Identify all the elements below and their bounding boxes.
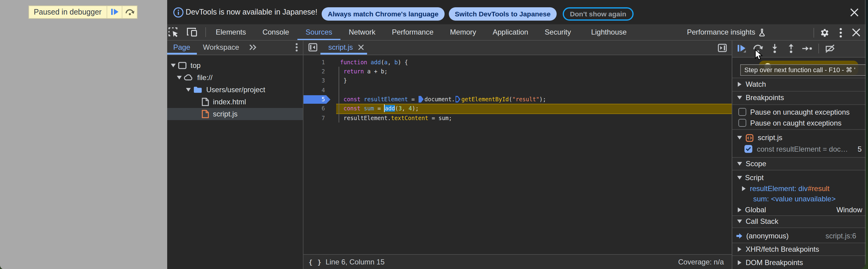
tab-elements[interactable]: Elements xyxy=(208,24,254,40)
checkbox-checked[interactable] xyxy=(744,145,752,153)
flask-icon xyxy=(758,28,766,36)
breakpoint-entry[interactable]: const resultElement = doc… 5 xyxy=(732,143,865,154)
tab-memory[interactable]: Memory xyxy=(442,24,485,40)
scope-script[interactable]: Script xyxy=(732,172,865,183)
code-token: ( xyxy=(395,105,398,112)
navigator-menu-button[interactable] xyxy=(292,41,301,54)
navigator-tabs: Page Workspace xyxy=(167,41,303,55)
close-icon xyxy=(850,7,859,17)
resume-script-button[interactable] xyxy=(106,6,122,18)
tree-item-project-folder[interactable]: Users/user/project xyxy=(167,83,303,96)
code-token xyxy=(367,58,371,65)
code-token: const xyxy=(343,105,361,112)
tab-sources[interactable]: Sources xyxy=(298,24,340,40)
tab-security[interactable]: Security xyxy=(536,24,579,40)
inline-breakpoint-candidate-icon[interactable] xyxy=(455,96,460,103)
step-into-button[interactable] xyxy=(766,41,783,57)
scope-var-sum[interactable]: sum: <value unavailable> xyxy=(732,194,865,205)
step-into-icon xyxy=(771,44,778,54)
code-line-6[interactable]: const sum = add(3, 4); xyxy=(340,104,732,113)
resume-script-button[interactable] xyxy=(734,41,750,57)
tab-performance[interactable]: Performance xyxy=(384,24,442,40)
tab-console[interactable]: Console xyxy=(254,24,297,40)
navigator-tab-page[interactable]: Page xyxy=(167,41,196,54)
tab-lighthouse[interactable]: Lighthouse xyxy=(583,24,635,40)
step-button[interactable] xyxy=(799,41,815,57)
code-line-1[interactable]: function add(a, b) { xyxy=(340,57,732,67)
navigator-tab-workspace[interactable]: Workspace xyxy=(196,41,246,54)
line-number[interactable]: 4 xyxy=(303,85,325,95)
step-over-button-overlay[interactable] xyxy=(122,6,137,18)
settings-button[interactable] xyxy=(817,25,833,41)
breakpoint-file-group[interactable]: script.js xyxy=(732,132,865,143)
scope-var-resultElement[interactable]: resultElement: div#result xyxy=(732,183,865,194)
expanded-arrow-icon xyxy=(737,175,742,181)
device-toolbar-button[interactable] xyxy=(184,24,199,40)
code-token xyxy=(340,115,343,121)
editor-tab-script-js[interactable]: script.js xyxy=(320,41,367,54)
code-line-2[interactable]: return a + b; xyxy=(340,67,732,76)
section-dom-breakpoints[interactable]: DOM Breakpoints xyxy=(732,255,865,269)
line-number[interactable]: 5 xyxy=(303,95,325,104)
collapsed-arrow-icon xyxy=(737,247,742,252)
line-number[interactable]: 3 xyxy=(303,76,325,85)
section-watch[interactable]: Watch xyxy=(732,77,865,91)
code-line-5[interactable]: const resultElement = document.getElemen… xyxy=(340,95,732,104)
pause-caught-row[interactable]: Pause on caught exceptions xyxy=(732,117,865,128)
code-token: , xyxy=(402,105,408,112)
section-label: Call Stack xyxy=(746,217,778,226)
step-out-button[interactable] xyxy=(783,41,799,57)
line-number-gutter[interactable]: 1234567 xyxy=(303,57,325,123)
expand-arrow-icon[interactable] xyxy=(170,62,176,68)
expand-arrow-icon[interactable] xyxy=(177,75,182,80)
inline-breakpoint-active-icon[interactable] xyxy=(418,96,424,103)
code-token: return xyxy=(343,68,364,75)
line-number[interactable]: 1 xyxy=(303,57,325,67)
code-line-3[interactable]: } xyxy=(340,76,732,85)
expand-arrow-icon[interactable] xyxy=(186,87,191,92)
expanded-arrow-icon xyxy=(737,135,742,140)
line-number[interactable]: 2 xyxy=(303,67,325,76)
call-stack-frame[interactable]: (anonymous) script.js:6 xyxy=(732,230,865,241)
mouse-cursor xyxy=(754,49,762,60)
switch-devtools-japanese-button[interactable]: Switch DevTools to Japanese xyxy=(449,7,557,21)
always-match-language-button[interactable]: Always match Chrome's language xyxy=(322,7,444,21)
tree-item-script-js[interactable]: script.js xyxy=(167,108,303,120)
tab-application[interactable]: Application xyxy=(485,24,537,40)
close-tab-button[interactable] xyxy=(356,43,365,52)
variable-entry: resultElement: div#result xyxy=(750,184,830,193)
pause-uncaught-row[interactable]: Pause on uncaught exceptions xyxy=(732,106,865,117)
code-token: function xyxy=(340,58,367,65)
scope-global[interactable]: Global Window xyxy=(732,205,865,215)
more-options-button[interactable] xyxy=(833,25,848,41)
code-line-7[interactable]: resultElement.textContent = sum; xyxy=(340,113,732,123)
tree-item-top[interactable]: top xyxy=(167,59,303,71)
infobar-close-button[interactable] xyxy=(849,7,860,18)
tab-label: Console xyxy=(262,28,289,36)
inspect-element-button[interactable] xyxy=(167,24,180,40)
checkbox-unchecked[interactable] xyxy=(738,108,746,116)
curly-braces-icon[interactable]: { } xyxy=(309,259,322,266)
tree-item-file-protocol[interactable]: file:// xyxy=(167,71,303,83)
tab-label: script.js xyxy=(328,43,353,52)
dont-show-again-button[interactable]: Don't show again xyxy=(563,7,633,21)
checkbox-unchecked[interactable] xyxy=(738,119,746,127)
section-xhr-breakpoints[interactable]: XHR/fetch Breakpoints xyxy=(732,242,865,255)
more-tabs-button[interactable] xyxy=(246,41,261,54)
section-call-stack[interactable]: Call Stack xyxy=(732,215,865,227)
code-line-4[interactable] xyxy=(340,85,732,95)
devtools-close-button[interactable] xyxy=(848,25,864,41)
section-scope[interactable]: Scope xyxy=(732,157,865,170)
file-icon-orange xyxy=(202,109,209,118)
code-editor[interactable]: 1234567 function add(a, b) { return a + … xyxy=(303,55,732,254)
line-number[interactable]: 7 xyxy=(303,113,325,123)
tree-item-index-html[interactable]: index.html xyxy=(167,96,303,108)
section-breakpoints[interactable]: Breakpoints xyxy=(732,91,865,104)
tab-performance-insights[interactable]: Performance insights xyxy=(679,24,774,40)
line-number[interactable]: 6 xyxy=(303,104,325,113)
collapse-navigator-button[interactable] xyxy=(306,41,319,54)
open-debugger-panel-button[interactable] xyxy=(718,44,727,52)
code-token: b xyxy=(394,58,398,65)
deactivate-breakpoints-button[interactable] xyxy=(822,41,838,57)
tab-network[interactable]: Network xyxy=(340,24,383,40)
